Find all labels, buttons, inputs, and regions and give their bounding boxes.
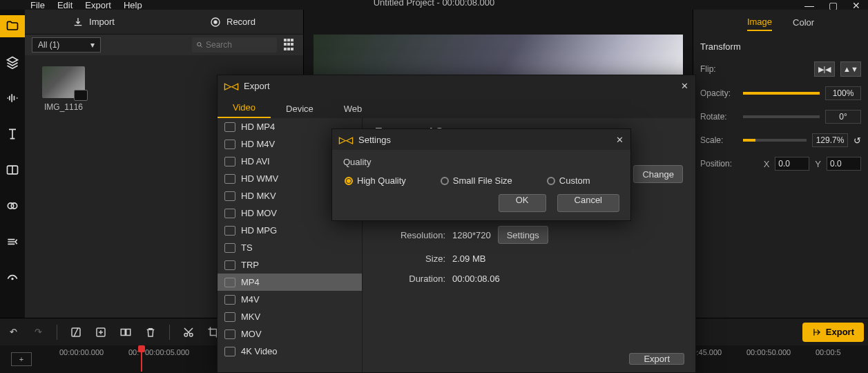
- media-clip[interactable]: IMG_1116: [36, 66, 91, 112]
- change-button[interactable]: Change: [633, 165, 683, 183]
- scale-value[interactable]: 129.7%: [812, 133, 848, 147]
- resolution-settings-button[interactable]: Settings: [498, 226, 548, 244]
- format-item[interactable]: HD MPG: [218, 222, 362, 239]
- format-icon: [224, 295, 235, 305]
- format-item[interactable]: MOV: [218, 325, 362, 343]
- menu-edit[interactable]: Edit: [57, 0, 73, 10]
- tool2-icon[interactable]: [92, 323, 110, 341]
- export-label: Export: [826, 327, 854, 337]
- menu-export[interactable]: Export: [85, 0, 111, 10]
- export-tab-web[interactable]: Web: [329, 99, 378, 118]
- tab-color[interactable]: Color: [793, 17, 814, 30]
- grid-view-icon[interactable]: [284, 39, 296, 51]
- minimize-icon[interactable]: —: [798, 0, 821, 10]
- time-1: 00:00:05.000: [145, 348, 189, 356]
- media-icon[interactable]: [0, 15, 25, 37]
- format-icon: [224, 122, 235, 132]
- reset-scale-icon[interactable]: ↺: [853, 135, 861, 146]
- playhead[interactable]: [141, 347, 142, 372]
- format-item[interactable]: TS: [218, 239, 362, 256]
- format-label: HD MOV: [241, 208, 277, 218]
- format-label: TS: [241, 242, 253, 253]
- size-value: 2.09 MB: [452, 254, 485, 264]
- search-field[interactable]: [206, 40, 273, 50]
- overlay-icon[interactable]: [0, 195, 25, 217]
- y-label: Y: [815, 159, 821, 169]
- effects-icon[interactable]: [0, 267, 25, 289]
- undo-icon[interactable]: ↶: [4, 323, 22, 341]
- flip-label: Flip:: [700, 64, 737, 74]
- svg-rect-10: [126, 329, 131, 335]
- export-icon: [812, 327, 822, 337]
- format-item[interactable]: MP4: [218, 274, 362, 291]
- menu-file[interactable]: File: [30, 0, 45, 10]
- format-icon: [224, 312, 235, 322]
- format-label: 4K Video: [241, 346, 278, 356]
- split-icon[interactable]: [0, 159, 25, 181]
- settings-cancel-button[interactable]: Cancel: [557, 194, 619, 212]
- app-logo-icon: ▷◁: [224, 81, 238, 91]
- time-playhead-prefix: 00:: [128, 348, 139, 356]
- quality-label: Quality: [332, 150, 630, 170]
- layers-icon[interactable]: [0, 51, 25, 73]
- format-item[interactable]: M4V: [218, 291, 362, 308]
- export-dialog-export-button[interactable]: Export: [629, 353, 684, 365]
- flip-vertical-button[interactable]: ▲▼: [840, 61, 861, 77]
- media-filter-select[interactable]: All (1)▾: [32, 37, 101, 52]
- radio-high-quality[interactable]: High Quality: [345, 175, 406, 186]
- position-label: Position:: [700, 159, 737, 169]
- audio-icon[interactable]: [0, 87, 25, 109]
- rotate-slider[interactable]: [743, 115, 820, 118]
- record-button[interactable]: Record: [210, 17, 255, 28]
- resolution-label: Resolution:: [375, 230, 452, 240]
- format-label: HD WMV: [241, 173, 278, 184]
- tool3-icon[interactable]: [117, 323, 135, 341]
- export-dialog-close-icon[interactable]: ✕: [681, 81, 688, 91]
- format-icon: [224, 174, 235, 184]
- app-logo-icon: ▷◁: [339, 135, 353, 145]
- redo-icon[interactable]: ↷: [29, 323, 47, 341]
- radio-dot-icon: [345, 177, 353, 185]
- tab-image[interactable]: Image: [747, 17, 772, 31]
- delete-icon[interactable]: [142, 323, 160, 341]
- format-icon: [224, 209, 235, 218]
- format-item[interactable]: TRP: [218, 256, 362, 274]
- position-x-input[interactable]: 0.0: [775, 157, 809, 171]
- import-button[interactable]: Import: [73, 17, 115, 28]
- menu-help[interactable]: Help: [124, 0, 142, 10]
- settings-ok-button[interactable]: OK: [499, 194, 546, 212]
- scale-slider[interactable]: [743, 139, 807, 142]
- transform-heading: Transform: [700, 41, 861, 52]
- position-y-input[interactable]: 0.0: [827, 157, 861, 171]
- format-item[interactable]: 4K Video: [218, 343, 362, 360]
- properties-panel: Image Color Transform Flip: ▶|◀ ▲▼ Opaci…: [693, 10, 868, 318]
- opacity-value[interactable]: 100%: [825, 86, 861, 100]
- export-dialog-title: Export: [244, 81, 270, 91]
- radio-custom[interactable]: Custom: [547, 175, 590, 186]
- rotate-value[interactable]: 0°: [825, 110, 861, 124]
- export-button[interactable]: Export: [802, 323, 864, 342]
- settings-dialog-close-icon[interactable]: ✕: [616, 135, 624, 145]
- format-item[interactable]: MKV: [218, 308, 362, 325]
- opacity-slider[interactable]: [743, 92, 820, 95]
- radio-small-file[interactable]: Small File Size: [441, 175, 512, 186]
- cut-icon[interactable]: [180, 323, 197, 341]
- search-input[interactable]: [192, 37, 278, 52]
- close-icon[interactable]: ✕: [845, 0, 868, 10]
- format-label: HD AVI: [241, 156, 270, 166]
- export-tab-device[interactable]: Device: [271, 99, 329, 118]
- transition-icon[interactable]: [0, 231, 25, 253]
- chevron-down-icon: ▾: [90, 40, 95, 50]
- export-tab-video[interactable]: Video: [218, 98, 271, 118]
- import-icon: [73, 17, 84, 28]
- add-track-button[interactable]: +: [11, 352, 32, 366]
- svg-rect-9: [121, 329, 125, 335]
- tool1-icon[interactable]: [67, 323, 85, 341]
- flip-horizontal-button[interactable]: ▶|◀: [814, 61, 835, 77]
- format-icon: [224, 243, 235, 253]
- record-label: Record: [226, 17, 255, 27]
- text-icon[interactable]: [0, 123, 25, 145]
- format-icon: [224, 191, 235, 201]
- record-icon: [210, 17, 221, 28]
- maximize-icon[interactable]: ▢: [821, 0, 845, 10]
